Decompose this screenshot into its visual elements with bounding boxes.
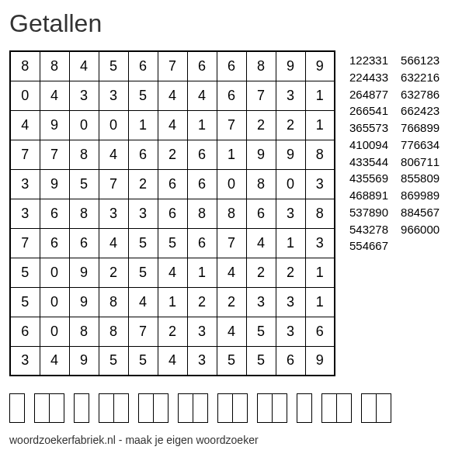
grid-cell[interactable]: 1: [217, 140, 246, 169]
grid-cell[interactable]: 1: [187, 258, 217, 287]
answer-box[interactable]: [217, 393, 248, 423]
grid-cell[interactable]: 8: [246, 169, 276, 199]
grid-cell[interactable]: 3: [305, 228, 335, 258]
grid-cell[interactable]: 1: [305, 258, 335, 287]
grid-cell[interactable]: 2: [99, 258, 128, 287]
answer-cell[interactable]: [218, 394, 232, 422]
grid-cell[interactable]: 3: [99, 199, 128, 228]
answer-cell[interactable]: [153, 394, 168, 422]
grid-cell[interactable]: 0: [40, 317, 69, 346]
grid-cell[interactable]: 9: [40, 169, 69, 199]
grid-cell[interactable]: 6: [217, 81, 246, 110]
grid-cell[interactable]: 3: [276, 287, 305, 317]
grid-cell[interactable]: 0: [40, 258, 69, 287]
grid-cell[interactable]: 8: [69, 199, 99, 228]
answer-cell[interactable]: [75, 394, 89, 422]
grid-cell[interactable]: 1: [158, 287, 187, 317]
answer-cell[interactable]: [362, 394, 376, 422]
grid-cell[interactable]: 7: [10, 228, 40, 258]
grid-cell[interactable]: 7: [217, 110, 246, 140]
grid-cell[interactable]: 4: [40, 81, 69, 110]
grid-cell[interactable]: 5: [10, 258, 40, 287]
answer-cell[interactable]: [232, 394, 247, 422]
grid-cell[interactable]: 7: [158, 51, 187, 81]
grid-cell[interactable]: 8: [69, 140, 99, 169]
grid-cell[interactable]: 4: [246, 228, 276, 258]
grid-cell[interactable]: 5: [217, 346, 246, 376]
answer-box[interactable]: [361, 393, 391, 423]
grid-cell[interactable]: 7: [217, 228, 246, 258]
grid-cell[interactable]: 6: [187, 51, 217, 81]
grid-cell[interactable]: 2: [276, 258, 305, 287]
grid-cell[interactable]: 6: [40, 199, 69, 228]
answer-box[interactable]: [99, 393, 129, 423]
grid-cell[interactable]: 3: [187, 317, 217, 346]
grid-cell[interactable]: 4: [158, 346, 187, 376]
grid-cell[interactable]: 2: [158, 317, 187, 346]
grid-cell[interactable]: 9: [305, 346, 335, 376]
answer-box[interactable]: [34, 393, 64, 423]
grid-cell[interactable]: 9: [40, 110, 69, 140]
grid-cell[interactable]: 5: [99, 346, 128, 376]
grid-cell[interactable]: 8: [10, 51, 40, 81]
answer-cell[interactable]: [179, 394, 193, 422]
grid-cell[interactable]: 3: [305, 169, 335, 199]
grid-cell[interactable]: 2: [276, 110, 305, 140]
grid-cell[interactable]: 8: [187, 199, 217, 228]
grid-cell[interactable]: 6: [246, 199, 276, 228]
answer-cell[interactable]: [376, 394, 391, 422]
grid-cell[interactable]: 9: [276, 51, 305, 81]
grid-cell[interactable]: 8: [246, 51, 276, 81]
grid-cell[interactable]: 8: [217, 199, 246, 228]
grid-cell[interactable]: 1: [305, 81, 335, 110]
grid-cell[interactable]: 6: [128, 51, 158, 81]
grid-cell[interactable]: 8: [99, 287, 128, 317]
grid-cell[interactable]: 6: [10, 317, 40, 346]
grid-cell[interactable]: 9: [69, 346, 99, 376]
grid-cell[interactable]: 0: [69, 110, 99, 140]
answer-box[interactable]: [297, 393, 312, 423]
grid-cell[interactable]: 1: [305, 287, 335, 317]
grid-cell[interactable]: 4: [158, 81, 187, 110]
answer-cell[interactable]: [193, 394, 207, 422]
grid-cell[interactable]: 5: [158, 228, 187, 258]
answer-cell[interactable]: [272, 394, 287, 422]
grid-cell[interactable]: 4: [40, 346, 69, 376]
grid-cell[interactable]: 6: [158, 199, 187, 228]
grid-cell[interactable]: 8: [69, 317, 99, 346]
grid-cell[interactable]: 2: [246, 110, 276, 140]
grid-cell[interactable]: 6: [187, 169, 217, 199]
grid-cell[interactable]: 7: [10, 140, 40, 169]
answer-box[interactable]: [74, 393, 89, 423]
grid-cell[interactable]: 0: [217, 169, 246, 199]
grid-cell[interactable]: 9: [246, 140, 276, 169]
answer-box[interactable]: [321, 393, 352, 423]
grid-cell[interactable]: 5: [246, 346, 276, 376]
grid-cell[interactable]: 6: [187, 228, 217, 258]
grid-cell[interactable]: 2: [217, 287, 246, 317]
grid-cell[interactable]: 5: [10, 287, 40, 317]
grid-cell[interactable]: 7: [40, 140, 69, 169]
grid-cell[interactable]: 1: [187, 110, 217, 140]
grid-cell[interactable]: 4: [187, 81, 217, 110]
grid-cell[interactable]: 5: [246, 317, 276, 346]
grid-cell[interactable]: 6: [276, 346, 305, 376]
grid-cell[interactable]: 4: [217, 258, 246, 287]
grid-cell[interactable]: 3: [10, 169, 40, 199]
grid-cell[interactable]: 4: [128, 287, 158, 317]
answer-box[interactable]: [257, 393, 287, 423]
grid-cell[interactable]: 5: [128, 228, 158, 258]
grid-cell[interactable]: 6: [305, 317, 335, 346]
grid-cell[interactable]: 3: [99, 81, 128, 110]
grid-cell[interactable]: 4: [10, 110, 40, 140]
grid-cell[interactable]: 6: [217, 51, 246, 81]
grid-cell[interactable]: 0: [99, 110, 128, 140]
grid-cell[interactable]: 0: [276, 169, 305, 199]
grid-cell[interactable]: 3: [246, 287, 276, 317]
grid-cell[interactable]: 8: [305, 199, 335, 228]
grid-cell[interactable]: 9: [69, 287, 99, 317]
answer-cell[interactable]: [322, 394, 336, 422]
grid-cell[interactable]: 8: [305, 140, 335, 169]
grid-cell[interactable]: 5: [99, 51, 128, 81]
grid-cell[interactable]: 3: [10, 346, 40, 376]
